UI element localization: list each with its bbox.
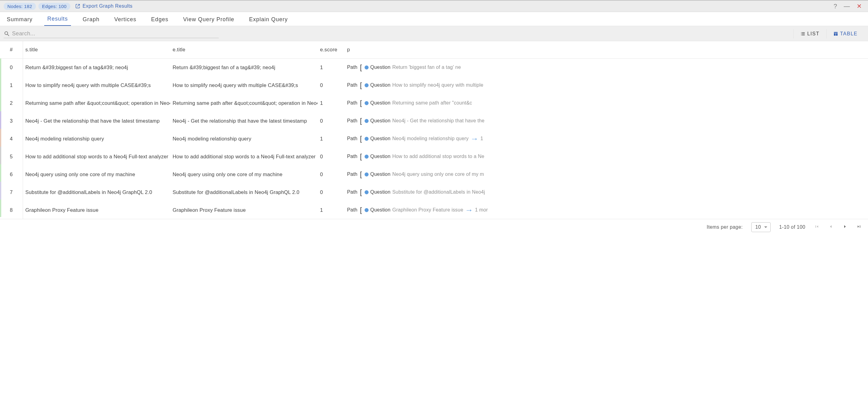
table-row[interactable]: 2Returning same path after &quot;count&q…	[0, 94, 868, 112]
node-label: Returning same path after "count&c	[392, 100, 472, 106]
tab-results[interactable]: Results	[44, 12, 71, 26]
cell-escore: 1	[318, 130, 345, 148]
minimize-icon[interactable]: —	[844, 3, 850, 10]
node-dot-icon	[365, 173, 369, 176]
first-page-button[interactable]	[814, 224, 819, 231]
arrow-icon: →	[465, 205, 473, 215]
cell-stitle: Returning same path after &quot;count&qu…	[23, 94, 170, 112]
cell-etitle: Return &#39;biggest fan of a tag&#39; ne…	[170, 58, 318, 76]
node-dot-icon	[365, 101, 369, 105]
tab-explain-query[interactable]: Explain Query	[246, 12, 291, 26]
cell-index: 2	[0, 94, 23, 112]
node-label: Graphileon Proxy Feature issue	[392, 207, 463, 213]
path-more: 1 mor	[475, 207, 488, 213]
node-label: How to simplify neo4j query with multipl…	[392, 82, 483, 88]
table-row[interactable]: 1How to simplify neo4j query with multip…	[0, 76, 868, 94]
cell-escore: 1	[318, 201, 345, 219]
cell-index: 0	[0, 58, 23, 76]
col-stitle[interactable]: s.title	[23, 41, 170, 58]
bracket-open-icon: [	[360, 152, 362, 161]
path-label: Path	[347, 207, 358, 213]
node-type: Question	[370, 64, 391, 70]
cell-stitle: Substitute for @additionalLabels in Neo4…	[23, 183, 170, 201]
cell-escore: 0	[318, 183, 345, 201]
cell-path: Path[QuestionReturn 'biggest fan of a ta…	[345, 58, 868, 76]
table-icon	[833, 31, 838, 36]
tab-graph[interactable]: Graph	[80, 12, 102, 26]
cell-path: Path[QuestionNeo4j modeling relationship…	[345, 130, 868, 148]
path-label: Path	[347, 136, 358, 141]
tab-summary[interactable]: Summary	[4, 12, 36, 26]
next-page-button[interactable]	[842, 224, 848, 231]
cell-index: 4	[0, 130, 23, 148]
path-label: Path	[347, 154, 358, 159]
items-per-page-select[interactable]: 10	[751, 222, 771, 232]
node-label: Return 'biggest fan of a tag' ne	[392, 64, 461, 70]
search-input[interactable]	[12, 30, 219, 37]
path-more: 1	[480, 136, 483, 141]
bracket-open-icon: [	[360, 206, 362, 214]
table-row[interactable]: 6Neo4j query using only one core of my m…	[0, 166, 868, 183]
table-view-button[interactable]: TABLE	[826, 29, 864, 38]
close-icon[interactable]: ✕	[857, 2, 862, 10]
node-type: Question	[370, 82, 391, 88]
node-type: Question	[370, 118, 391, 124]
table-row[interactable]: 0Return &#39;biggest fan of a tag&#39; n…	[0, 58, 868, 76]
last-page-button[interactable]	[856, 224, 862, 231]
cell-etitle: Neo4j modeling relationship query	[170, 130, 318, 148]
top-bar: Nodes: 182 Edges: 100 Export Graph Resul…	[0, 0, 868, 12]
cell-index: 8	[0, 201, 23, 219]
tab-vertices[interactable]: Vertices	[111, 12, 140, 26]
col-etitle[interactable]: e.title	[170, 41, 318, 58]
cell-path: Path[QuestionHow to simplify neo4j query…	[345, 76, 868, 94]
path-label: Path	[347, 189, 358, 195]
cell-escore: 0	[318, 76, 345, 94]
search-wrap	[4, 30, 219, 38]
table-row[interactable]: 7Substitute for @additionalLabels in Neo…	[0, 183, 868, 201]
tab-edges[interactable]: Edges	[148, 12, 172, 26]
cell-path: Path[QuestionSubstitute for @additionalL…	[345, 183, 868, 201]
path-label: Path	[347, 172, 358, 177]
table-row[interactable]: 3Neo4j - Get the relationship that have …	[0, 112, 868, 130]
path-label: Path	[347, 64, 358, 70]
cell-index: 6	[0, 166, 23, 183]
node-dot-icon	[365, 155, 369, 159]
help-icon[interactable]: ?	[834, 3, 837, 10]
table-row[interactable]: 4Neo4j modeling relationship queryNeo4j …	[0, 130, 868, 148]
bracket-open-icon: [	[360, 170, 362, 179]
cell-etitle: Returning same path after &quot;count&qu…	[170, 94, 318, 112]
export-icon	[75, 4, 80, 9]
node-type: Question	[370, 100, 391, 106]
tab-view-query-profile[interactable]: View Query Profile	[180, 12, 238, 26]
cell-index: 3	[0, 112, 23, 130]
bracket-open-icon: [	[360, 81, 362, 89]
col-index[interactable]: #	[0, 41, 23, 58]
results-table: # s.title e.title e.score p 0Return &#39…	[0, 41, 868, 219]
table-row[interactable]: 5How to add additional stop words to a N…	[0, 148, 868, 166]
paginator: Items per page: 10 1-10 of 100	[0, 219, 868, 235]
node-dot-icon	[365, 83, 369, 87]
tab-bar: Summary Results Graph Vertices Edges Vie…	[0, 12, 868, 26]
cell-etitle: Neo4j - Get the relationship that have t…	[170, 112, 318, 130]
list-icon	[800, 31, 805, 36]
node-type: Question	[370, 154, 391, 159]
bracket-open-icon: [	[360, 188, 362, 197]
cell-stitle: Return &#39;biggest fan of a tag&#39; ne…	[23, 58, 170, 76]
nodes-chip[interactable]: Nodes: 182	[4, 3, 36, 10]
cell-etitle: Substitute for @additionalLabels in Neo4…	[170, 183, 318, 201]
list-view-button[interactable]: LIST	[793, 29, 826, 38]
export-graph-results-link[interactable]: Export Graph Results	[75, 3, 133, 9]
col-escore[interactable]: e.score	[318, 41, 345, 58]
node-type: Question	[370, 172, 391, 177]
filter-bar: LIST TABLE	[0, 26, 868, 41]
edges-chip[interactable]: Edges: 100	[38, 3, 70, 10]
node-dot-icon	[365, 208, 369, 212]
col-p[interactable]: p	[345, 41, 868, 58]
cell-index: 7	[0, 183, 23, 201]
export-label: Export Graph Results	[83, 3, 133, 9]
arrow-icon: →	[470, 134, 478, 144]
row-color-strip	[0, 58, 1, 217]
prev-page-button[interactable]	[828, 224, 834, 231]
path-label: Path	[347, 100, 358, 106]
table-row[interactable]: 8Graphileon Proxy Feature issueGraphileo…	[0, 201, 868, 219]
